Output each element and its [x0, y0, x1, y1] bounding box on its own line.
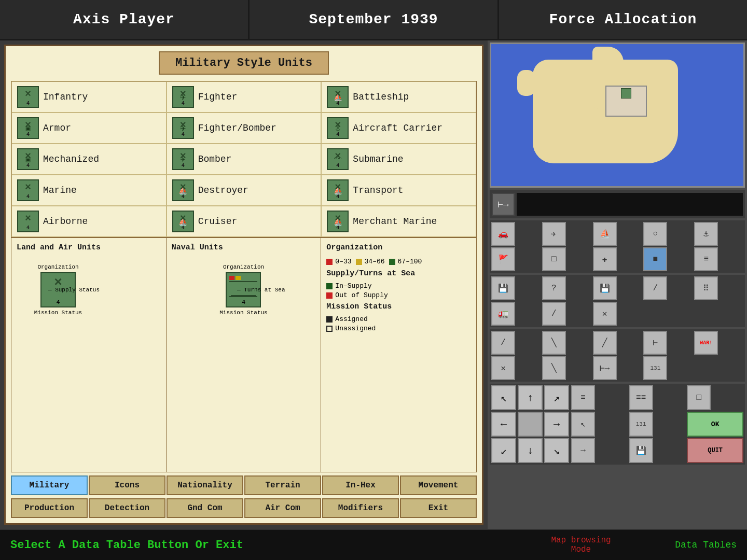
btn-plane[interactable]: ✈	[542, 222, 566, 246]
action-btns-grid: ≡ ≡≡ □ ↖ 131 OK → 💾 QUIT	[571, 385, 743, 463]
btn-list-icon[interactable]: ≡	[694, 247, 718, 271]
move-icon-btn[interactable]: ⊢→	[492, 193, 515, 216]
tab-gnd-com[interactable]: Gnd Com	[167, 498, 243, 518]
unit-cell-infantry[interactable]: 4 Infantry	[11, 81, 167, 113]
org-34-66: 34–66	[365, 258, 385, 265]
nav-right[interactable]: →	[544, 412, 569, 437]
ctrl-move[interactable]: ⊢	[643, 331, 667, 355]
btn-circle[interactable]: ○	[643, 222, 667, 246]
action-list2[interactable]: ≡≡	[629, 385, 653, 410]
nav-downright[interactable]: ↘	[544, 438, 569, 463]
unit-icon-airborne: 4	[17, 211, 39, 232]
ctrl-diag2[interactable]: ╱	[593, 331, 617, 355]
map-britain	[517, 70, 535, 96]
unit-cell-marine[interactable]: 4 Marine	[11, 175, 167, 206]
unit-icon-bomber: 4	[172, 148, 194, 170]
action-131-btn[interactable]: 131	[629, 412, 653, 437]
ctrl-diag[interactable]: ╲	[542, 331, 566, 355]
ctrl-slash[interactable]: /	[643, 276, 667, 300]
info-section: Land and Air Units 4 Organization — Supp…	[11, 237, 477, 472]
status-mode: Map browsingMode	[529, 536, 633, 554]
unit-cell-destroyer[interactable]: 4 Destroyer	[167, 175, 322, 206]
ctrl-131[interactable]: 131	[643, 356, 667, 380]
nav-upright[interactable]: ↗	[544, 385, 569, 410]
move-icon: ⊢→	[497, 199, 509, 210]
ctrl-truck[interactable]: 🚛	[491, 302, 515, 326]
ctrl-bar[interactable]: /	[542, 302, 566, 326]
ctrl-slash2[interactable]: /	[491, 331, 515, 355]
nav-up[interactable]: ↑	[518, 385, 543, 410]
nav-left[interactable]: ←	[491, 412, 516, 437]
btn-square-btn[interactable]: □	[542, 247, 566, 271]
mini-map[interactable]	[490, 43, 745, 188]
tab-production[interactable]: Production	[11, 498, 88, 518]
info-col-legend: Organization 0–33 34–66 67–100 Supply/Tu…	[321, 238, 476, 472]
btn-flag[interactable]: 🚩	[491, 247, 515, 271]
action-quit-btn[interactable]: QUIT	[687, 438, 743, 463]
ctrl-save-btn[interactable]: 💾	[491, 276, 515, 300]
unit-name-transport: Transport	[353, 185, 403, 195]
ctrl-x-btn[interactable]: ✕	[491, 356, 515, 380]
unit-icon-marine: 4	[17, 179, 39, 201]
nav-upleft[interactable]: ↖	[491, 385, 516, 410]
unit-cell-cruiser[interactable]: 4 Cruiser	[167, 206, 322, 237]
action-save2[interactable]: 💾	[629, 438, 653, 463]
unit-name-battleship: Battleship	[353, 92, 409, 102]
action-box2[interactable]: □	[687, 385, 711, 410]
tabs-row2: Production Detection Gnd Com Air Com Mod…	[11, 498, 477, 518]
btn-tank[interactable]: 🚗	[491, 222, 515, 246]
status-message: Select A Data Table Button Or Exit	[10, 539, 529, 552]
unit-cell-bomber[interactable]: 4 Bomber	[167, 144, 322, 175]
nav-downleft[interactable]: ↙	[491, 438, 516, 463]
ctrl-disk2[interactable]: 💾	[593, 276, 617, 300]
action-arrow2[interactable]: →	[571, 438, 595, 463]
org-legend-row: 0–33 34–66 67–100	[326, 256, 471, 267]
ctrl-diag3[interactable]: ╲	[542, 356, 566, 380]
force-allocation-section: Force Allocation	[499, 0, 747, 39]
unit-cell-airborne[interactable]: 4 Airborne	[11, 206, 167, 237]
action-cursor[interactable]: ↖	[571, 412, 595, 437]
ctrl-dots[interactable]: ⠿	[694, 276, 718, 300]
btn-ship-btn[interactable]: ⛵	[593, 222, 617, 246]
axis-player-title: Axis Player	[73, 11, 175, 27]
btn-blue-box[interactable]: ■	[643, 247, 667, 271]
unit-icon-destroyer: 4	[172, 179, 194, 201]
tab-detection[interactable]: Detection	[89, 498, 165, 518]
unit-name-bomber: Bomber	[198, 154, 232, 164]
tab-in-hex[interactable]: In-Hex	[322, 475, 399, 495]
unit-cell-fighter[interactable]: 4 Fighter	[167, 81, 322, 113]
ctrl-question[interactable]: ?	[542, 276, 566, 300]
unit-cell-carrier[interactable]: 4 Aircraft Carrier	[321, 113, 476, 144]
nav-center	[518, 412, 543, 437]
btn-anchor[interactable]: ⚓	[694, 222, 718, 246]
tab-modifiers[interactable]: Modifiers	[322, 498, 399, 518]
tab-icons[interactable]: Icons	[89, 475, 165, 495]
unit-cell-submarine[interactable]: 4 Submarine	[321, 144, 476, 175]
ctrl-cross2[interactable]: ✕	[593, 302, 617, 326]
units-grid: 4 Infantry 4 Fighter 4 Battleship	[11, 81, 477, 237]
nav-down[interactable]: ↓	[518, 438, 543, 463]
ctrl-move2[interactable]: ⊢→	[593, 356, 617, 380]
tab-terrain[interactable]: Terrain	[244, 475, 321, 495]
action-ok-btn[interactable]: OK	[687, 412, 743, 437]
tab-movement[interactable]: Movement	[400, 475, 477, 495]
tab-military[interactable]: Military	[11, 475, 88, 495]
tab-air-com[interactable]: Air Com	[244, 498, 321, 518]
unit-cell-armor[interactable]: 4 Armor	[11, 113, 167, 144]
unit-cell-transport[interactable]: 4 Transport	[321, 175, 476, 206]
unit-icon-transport: 4	[327, 179, 349, 201]
naval-org-label: Organization	[223, 264, 264, 270]
btn-cross[interactable]: ✚	[593, 247, 617, 271]
unit-icon-merchant-marine: 4	[327, 211, 349, 232]
tab-nationality[interactable]: Nationality	[167, 475, 243, 495]
nav-arrows-grid: ↖ ↑ ↗ ← → ↙ ↓ ↘	[491, 385, 569, 463]
unit-cell-merchant-marine[interactable]: 4 Merchant Marine	[321, 206, 476, 237]
unit-cell-mechanized[interactable]: 4 Mechanized	[11, 144, 167, 175]
action-list[interactable]: ≡	[571, 385, 595, 410]
unit-cell-fighter-bomber[interactable]: 4 Fighter/Bomber	[167, 113, 322, 144]
ctrl-war[interactable]: WAR!	[694, 331, 718, 355]
unit-name-merchant-marine: Merchant Marine	[353, 216, 437, 227]
tab-exit[interactable]: Exit	[400, 498, 477, 518]
unit-cell-battleship[interactable]: 4 Battleship	[321, 81, 476, 113]
unit-name-fighter: Fighter	[198, 92, 238, 102]
